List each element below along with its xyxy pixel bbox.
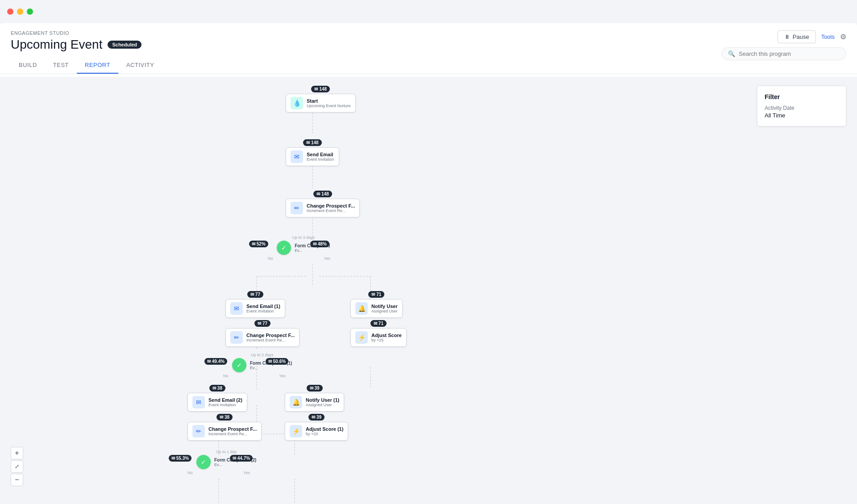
form-decision-2-node[interactable]: ✓ xyxy=(232,358,246,372)
email-icon: ✉ xyxy=(371,292,375,297)
adjust-score-1-count-badge: ✉ 39 xyxy=(308,414,324,421)
no-label-2: No xyxy=(223,374,229,378)
zoom-controls: + ⤢ − xyxy=(11,447,23,486)
gear-icon[interactable]: ⚙ xyxy=(840,33,846,41)
pct-no-badge-2: ✉ 49.4% xyxy=(204,358,227,365)
pct-no-badge-3: ✉ 55.3% xyxy=(169,455,191,462)
form-decision-3-area: Up to 1 day ✉ 55.3% ✉ 44.7% ✓ Form Compl… xyxy=(196,450,256,475)
search-icon: 🔍 xyxy=(728,50,735,57)
form-decision-3-sub: Ev... xyxy=(214,462,256,467)
email-icon: ✉ xyxy=(306,140,310,145)
tab-test[interactable]: TEST xyxy=(45,57,77,74)
yes-label-2: Yes xyxy=(279,374,286,378)
check-icon-2: ✓ xyxy=(237,362,242,369)
no-label-3: No xyxy=(187,471,193,475)
send-email-1-count-badge: ✉ 77 xyxy=(247,291,263,298)
email-icon: ✉ xyxy=(233,456,236,461)
tools-button[interactable]: Tools xyxy=(821,33,835,40)
notify-user-1-node[interactable]: ✉ 39 🔔 Notify User (1) Assigned User xyxy=(285,385,344,412)
email-icon: ✉ xyxy=(312,415,315,420)
email-icon: ✉ xyxy=(252,242,255,246)
change-1-icon: ✏ xyxy=(230,331,243,344)
minimize-button[interactable] xyxy=(17,8,23,15)
form-decision-3-timer: Up to 1 day xyxy=(196,450,256,454)
window-chrome xyxy=(0,0,857,23)
change-prospect-node[interactable]: ✉ 148 ✏ Change Prospect F... Increment E… xyxy=(286,191,360,217)
status-badge: Scheduled xyxy=(108,41,141,49)
form-decision-1-timer: Up to 3 days xyxy=(277,235,330,240)
form-decision-1-area: Up to 3 days ✉ 52% ✉ 48% ✓ Form Complete… xyxy=(277,235,330,261)
email-icon: ✉ xyxy=(258,321,261,326)
pct-yes-badge-1: ✉ 48% xyxy=(310,241,329,247)
filter-date-label: Activity Date xyxy=(765,105,839,111)
change-prospect-1-node[interactable]: ✉ 77 ✏ Change Prospect F... Increment Ev… xyxy=(225,320,300,347)
email-icon: ✉ xyxy=(268,359,272,364)
expand-button[interactable]: ⤢ xyxy=(11,460,23,473)
tab-activity[interactable]: ACTIVITY xyxy=(118,57,162,74)
pause-button[interactable]: ⏸ Pause xyxy=(778,30,816,43)
email-icon: ✉ xyxy=(207,359,211,364)
adjust-score-box: ⚡ Adjust Score by +25 xyxy=(350,328,407,347)
change-prospect-1-box: ✏ Change Prospect F... Increment Event R… xyxy=(225,328,300,347)
zoom-out-button[interactable]: − xyxy=(11,474,23,486)
check-icon-3: ✓ xyxy=(201,458,206,466)
send-email-node[interactable]: ✉ 148 ✉ Send Email Event Invitation xyxy=(286,139,339,166)
notify-user-1-box: 🔔 Notify User (1) Assigned User xyxy=(285,393,344,412)
page-title: Upcoming Event xyxy=(11,37,102,52)
maximize-button[interactable] xyxy=(27,8,33,15)
filter-date-value: All Time xyxy=(765,112,839,119)
send-email-1-box: ✉ Send Email (1) Event Invitation xyxy=(225,299,285,318)
send-email-icon: ✉ xyxy=(291,150,303,163)
email-icon: ✉ xyxy=(314,87,318,92)
send-email-1-icon: ✉ xyxy=(230,302,243,315)
tab-report[interactable]: REPORT xyxy=(77,57,118,74)
connector-lines xyxy=(0,77,857,504)
email-icon: ✉ xyxy=(220,415,223,420)
title-row: Upcoming Event Scheduled xyxy=(11,37,846,52)
tab-build[interactable]: BUILD xyxy=(11,57,45,74)
start-node-box: 💧 Start Upcoming Event Nurture xyxy=(286,94,356,112)
header: ENGAGEMENT STUDIO Upcoming Event Schedul… xyxy=(0,23,857,74)
adjust-score-node[interactable]: ✉ 71 ⚡ Adjust Score by +25 xyxy=(350,320,407,347)
send-email-1-node[interactable]: ✉ 77 ✉ Send Email (1) Event Invitation xyxy=(225,291,285,318)
change-prospect-1-count-badge: ✉ 77 xyxy=(254,320,270,327)
form-decision-3-node[interactable]: ✓ xyxy=(196,455,211,469)
header-controls: ⏸ Pause Tools ⚙ xyxy=(778,30,846,43)
no-label-1: No xyxy=(268,256,273,261)
yes-label-1: Yes xyxy=(324,256,330,261)
notify-user-count-badge: ✉ 71 xyxy=(368,291,384,298)
email-icon: ✉ xyxy=(310,386,313,391)
change-prospect-2-count-badge: ✉ 38 xyxy=(216,414,233,421)
pause-label: Pause xyxy=(793,33,809,40)
search-input[interactable] xyxy=(739,50,840,57)
pct-yes-badge-3: ✉ 44.7% xyxy=(230,455,253,462)
notify-user-1-count-badge: ✉ 39 xyxy=(307,385,323,392)
start-count-badge: ✉ 148 xyxy=(311,86,330,92)
close-button[interactable] xyxy=(7,8,13,15)
notify-user-box: 🔔 Notify User Assigned User xyxy=(350,299,403,318)
change-prospect-2-box: ✏ Change Prospect F... Increment Event R… xyxy=(187,422,262,441)
send-email-2-node[interactable]: ✉ 38 ✉ Send Email (2) Event Invitation xyxy=(187,385,247,412)
change-prospect-box: ✏ Change Prospect F... Increment Event R… xyxy=(286,199,360,217)
email-icon: ✉ xyxy=(171,456,175,461)
form-decision-1-sub: Ev... xyxy=(295,248,330,253)
form-decision-1-node[interactable]: ✓ xyxy=(277,241,291,255)
send-email-count-badge: ✉ 148 xyxy=(303,139,322,146)
send-email-2-box: ✉ Send Email (2) Event Invitation xyxy=(187,393,247,412)
form-decision-2-timer: Up to 2 days xyxy=(232,353,292,357)
pause-icon: ⏸ xyxy=(784,33,790,40)
main-container: ENGAGEMENT STUDIO Upcoming Event Schedul… xyxy=(0,23,857,504)
send-email-2-count-badge: ✉ 38 xyxy=(209,385,225,392)
yes-label-3: Yes xyxy=(243,471,250,475)
score-icon: ⚡ xyxy=(355,331,368,344)
form-decision-2-sub: Ev... xyxy=(250,366,292,370)
adjust-score-count-badge: ✉ 71 xyxy=(370,320,387,327)
score-1-icon: ⚡ xyxy=(290,425,302,437)
search-bar: 🔍 xyxy=(721,47,846,60)
adjust-score-1-node[interactable]: ✉ 39 ⚡ Adjust Score (1) by +20 xyxy=(285,414,348,441)
change-prospect-2-node[interactable]: ✉ 38 ✏ Change Prospect F... Increment Ev… xyxy=(187,414,262,441)
notify-user-node[interactable]: ✉ 71 🔔 Notify User Assigned User xyxy=(350,291,403,318)
notify-1-icon: 🔔 xyxy=(290,396,302,408)
start-node[interactable]: ✉ 148 💧 Start Upcoming Event Nurture xyxy=(286,86,356,112)
zoom-in-button[interactable]: + xyxy=(11,447,23,459)
